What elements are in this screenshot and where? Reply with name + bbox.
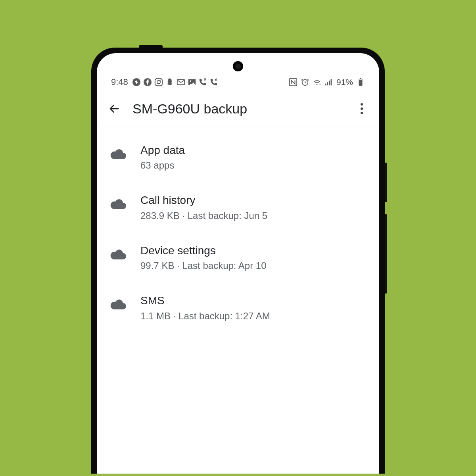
list-item-text: Call history 283.9 KB · Last backup: Jun… <box>140 193 367 223</box>
side-button <box>385 163 387 202</box>
alarm-icon <box>301 78 309 86</box>
list-item-app-data[interactable]: App data 63 apps <box>97 133 379 183</box>
svg-point-3 <box>157 81 160 84</box>
instagram-icon <box>154 78 163 86</box>
front-camera <box>233 61 243 71</box>
list-item-subtitle: 99.7 KB · Last backup: Apr 10 <box>140 259 367 273</box>
cloud-icon <box>109 245 127 263</box>
cloud-icon <box>109 195 127 212</box>
status-right: + 91% <box>289 77 365 87</box>
svg-rect-11 <box>325 84 326 86</box>
svg-point-7 <box>190 80 191 82</box>
list-item-subtitle: 283.9 KB · Last backup: Jun 5 <box>140 209 367 223</box>
svg-point-20 <box>361 112 363 114</box>
list-item-text: Device settings 99.7 KB · Last backup: A… <box>140 244 367 273</box>
app-bar: SM-G960U backup <box>97 92 379 127</box>
list-item-subtitle: 63 apps <box>140 158 367 173</box>
svg-rect-14 <box>331 79 332 86</box>
list-item-title: Call history <box>140 193 367 207</box>
list-item-text: SMS 1.1 MB · Last backup: 1:27 AM <box>140 294 367 323</box>
facebook-icon <box>143 78 152 86</box>
status-app-icon <box>132 78 141 86</box>
svg-point-18 <box>361 103 363 106</box>
status-time: 9:48 <box>111 77 128 87</box>
phone-missed-icon <box>199 78 207 86</box>
photo-icon <box>188 78 196 86</box>
mail-icon <box>177 78 185 86</box>
svg-rect-17 <box>359 79 362 80</box>
list-item-title: Device settings <box>140 244 367 258</box>
list-item-title: SMS <box>140 294 367 308</box>
svg-rect-13 <box>329 81 330 85</box>
list-item-device-settings[interactable]: Device settings 99.7 KB · Last backup: A… <box>97 233 379 283</box>
screen: 9:48 + 91% SM-G <box>97 53 379 474</box>
status-left: 9:48 <box>111 77 219 87</box>
phone-frame: 9:48 + 91% SM-G <box>91 48 385 474</box>
signal-icon <box>324 78 333 86</box>
svg-rect-12 <box>327 82 328 85</box>
page-title: SM-G960U backup <box>132 101 354 117</box>
back-button[interactable] <box>106 101 122 117</box>
svg-rect-16 <box>360 78 361 79</box>
list-item-title: App data <box>140 143 367 157</box>
list-item-sms[interactable]: SMS 1.1 MB · Last backup: 1:27 AM <box>97 283 379 333</box>
cloud-icon <box>109 145 127 162</box>
svg-text:+: + <box>319 83 321 86</box>
side-button <box>385 214 387 294</box>
list-item-subtitle: 1.1 MB · Last backup: 1:27 AM <box>140 309 367 323</box>
svg-rect-2 <box>155 79 162 86</box>
backup-list: App data 63 apps Call history 283.9 KB ·… <box>97 127 379 334</box>
svg-point-19 <box>361 107 363 110</box>
phone-incoming-icon <box>210 78 219 86</box>
wifi-icon: + <box>313 78 321 86</box>
nfc-icon <box>289 78 298 86</box>
status-bar: 9:48 + 91% <box>97 53 379 92</box>
list-item-text: App data 63 apps <box>140 143 367 173</box>
overflow-menu-button[interactable] <box>354 101 370 117</box>
battery-icon <box>356 78 365 86</box>
svg-point-4 <box>160 80 161 81</box>
battery-percentage: 91% <box>336 77 353 87</box>
cloud-icon <box>109 295 127 313</box>
list-item-call-history[interactable]: Call history 283.9 KB · Last backup: Jun… <box>97 183 379 233</box>
snapchat-icon <box>165 78 174 86</box>
